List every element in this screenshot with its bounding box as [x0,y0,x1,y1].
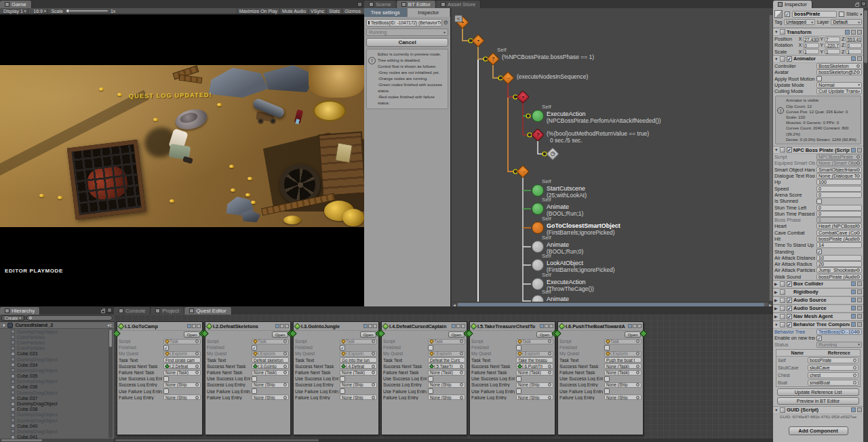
bt-node-diamond[interactable]: → [518,167,528,176]
hierarchy-item[interactable]: DummyDragObject [0,428,108,434]
game-toolbar-button[interactable]: Gizmos [342,8,363,14]
y-field[interactable]: 1 [825,49,841,54]
checkbox[interactable] [516,388,521,394]
hierarchy-item[interactable]: DummyDragObject [0,379,108,384]
object-picker-icon[interactable] [636,396,639,399]
reference-doc-icon[interactable] [851,298,856,302]
active-checkbox[interactable] [785,12,790,17]
gear-icon[interactable] [857,30,862,35]
center-tab[interactable]: BT Editor [397,1,436,8]
open-button[interactable]: Open [184,332,200,338]
checkbox[interactable] [252,388,257,394]
tab-inspector[interactable]: Inspector [773,1,812,8]
add-component-button[interactable]: Add Component [789,426,848,435]
value-field[interactable]: Defeat the Curs▾ [428,357,465,363]
reference-doc-icon[interactable] [851,306,856,310]
bt-node-diamond[interactable]: • [518,92,528,102]
behavior-tree-object-field[interactable]: TestBoss(ID: -1047172) (BehaviorTre [366,19,442,26]
quest-task-card[interactable]: I.4.DefeatCursedCaptain Open Script Task… [381,321,467,435]
gear-icon[interactable] [857,298,862,302]
gear-icon[interactable] [857,289,862,294]
value-field[interactable]: I.5.TakeTr▾ [428,363,465,369]
gear-icon[interactable] [857,148,862,153]
tab-game[interactable]: Game [0,1,32,8]
object-picker-icon[interactable] [372,352,375,355]
value-field[interactable]: None (Ship▾ [163,395,201,400]
open-button[interactable]: Open [536,332,553,338]
checkbox[interactable] [163,376,169,382]
object-picker-icon[interactable] [856,168,860,172]
component-header[interactable]: ▶ Rigidbody [773,288,863,296]
object-picker-icon[interactable] [195,371,199,374]
component-enabled-checkbox[interactable] [787,314,792,319]
quest-task-card[interactable]: I.2.DefeatSkeletons Open Script Task▾ Fi… [205,321,291,435]
create-button[interactable]: Create▾ [1,315,24,321]
reference-doc-icon[interactable] [540,324,544,328]
bt-node-executeaction[interactable] [532,110,544,122]
foldout-icon[interactable]: ▶ [774,290,778,294]
scroll-right-arrow[interactable]: ▶ [768,302,773,306]
cancel-button[interactable]: Cancel [366,38,448,47]
value-field[interactable]: I.2.Defeat▾ [163,363,201,369]
value-field[interactable]: None (Ship▾ [516,395,553,400]
inspector-scrollbar[interactable] [863,8,868,442]
object-picker-icon[interactable] [283,371,287,374]
gear-icon[interactable] [637,324,642,328]
value-field[interactable]: 0▾ [816,192,862,198]
tree-state-dropdown[interactable]: Running ▾ [366,28,448,36]
search-input[interactable] [26,315,113,321]
scene-header-row[interactable]: ▼ CursedIsland_2 ▾≡ [0,322,114,329]
value-field[interactable]: None (Ship▾ [428,382,465,388]
hierarchy-item[interactable]: Cube.040 [0,423,108,428]
open-button[interactable]: Open [272,332,288,338]
object-picker-icon[interactable] [372,371,375,374]
quest-canvas[interactable]: I.1.GoToCamp Open Script Task▾ Finished … [114,315,773,442]
game-toolbar-button[interactable]: Mute Audio [279,8,308,14]
component-enabled-checkbox[interactable] [787,281,792,287]
transform-header[interactable]: ▼ Transform [773,28,863,36]
value-field[interactable]: None (Task)▾ [163,370,201,376]
foldout-icon[interactable]: ▼ [774,148,778,152]
bt-node-diamond[interactable]: ◷ [548,149,557,159]
hierarchy-item[interactable]: DummyDragObject [0,367,108,373]
checkbox[interactable] [428,376,433,382]
component-header[interactable]: ▶ Box Collider [773,280,863,288]
reference-doc-icon[interactable] [851,407,856,412]
value-field[interactable]: None (Ship▾ [340,382,377,388]
object-picker-icon[interactable] [856,174,860,178]
foldout-icon[interactable]: ▼ [774,57,778,61]
reference-object-field[interactable]: skullCave [808,365,859,371]
checkbox[interactable] [516,376,521,382]
object-picker-icon[interactable] [372,340,375,343]
object-picker-icon[interactable] [372,383,375,386]
checkbox[interactable] [340,376,345,382]
bt-node-diamond[interactable]: ? [488,54,498,64]
value-field[interactable]: 10▾ [816,255,862,261]
component-header[interactable]: ▶ Audio Source [773,304,863,313]
bt-node-diamond[interactable]: • [473,36,483,45]
object-picker-icon[interactable] [853,359,856,362]
gear-icon[interactable] [197,324,201,328]
hierarchy-item[interactable]: CoinParticles [0,334,108,340]
reference-doc-icon[interactable] [628,324,632,328]
object-picker-icon[interactable] [195,352,199,355]
reference-object-field[interactable]: smallBoat [808,380,859,386]
value-field[interactable]: None (Task)▾ [604,363,642,369]
bt-hscroll-thumb[interactable] [458,303,764,306]
guid-header[interactable]: ▼ GUID (Script) [773,406,863,414]
gear-icon[interactable] [857,281,862,286]
hierarchy-item[interactable]: CoinParticles [0,346,108,351]
open-button[interactable]: Open [448,332,465,338]
value-field[interactable]: I.Explorin▾ [340,351,377,357]
hierarchy-scrollbar[interactable] [108,329,113,438]
value-field[interactable]: CombatCave (Co▾ [816,230,862,236]
bt-horizontal-scrollbar[interactable]: ◀ ▶ [452,302,773,306]
tree-settings-tab[interactable]: Tree settings [364,8,408,17]
aspect-dropdown[interactable]: 16:9▾ [31,8,48,14]
value-field[interactable]: Take the treasu▾ [516,357,553,363]
bottom-tab[interactable]: Project [151,307,184,315]
value-field[interactable]: I.Explorin▾ [516,351,553,357]
center-tab[interactable]: Scene [364,1,397,8]
value-field[interactable]: I.4.Defeat▾ [340,363,377,369]
presets-icon[interactable] [456,324,460,328]
